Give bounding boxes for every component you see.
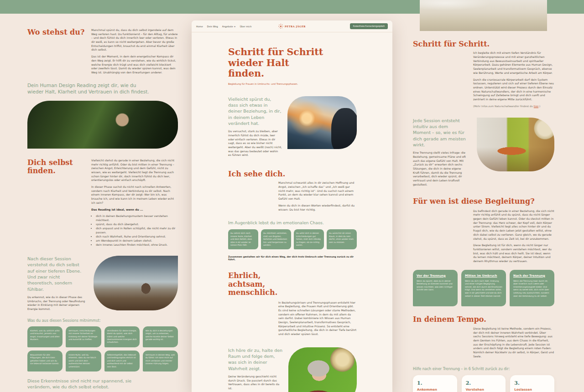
outcome-lead: Diese Erkenntnisse sind nicht nur spanne…: [27, 378, 146, 390]
session-lead: Nach dieser Session verstehst du dich se…: [27, 256, 87, 292]
hero-subtitle: Begleitung für Frauen in Umbruchs- und T…: [228, 83, 357, 85]
phase-cards-grid: Vor der Trennung Wenn du spürst, dass du…: [413, 270, 554, 306]
step-card-verstehen: 2. Verstehen Wir schauen gemeinsam auf d…: [462, 375, 506, 392]
therapy-room-photo: [477, 118, 554, 171]
list-item: spürst, dass du dich übergehst.: [96, 222, 178, 226]
takeaway-card: Verständnis für deine Energie, damit du …: [104, 326, 140, 347]
list-item: dich nach Wahrheit, Ruhe und Orientierun…: [96, 234, 178, 238]
section-title-fuer-wen: Für wen ist diese Begleitung?: [413, 197, 554, 206]
listen-note: Deine Veränderung geschieht nicht durch …: [228, 375, 283, 391]
right-page-column: Schritt für Schritt. Ich begleite dich m…: [413, 40, 554, 392]
takeaway-card: Wie du dich in Beziehungen zeigst, um zu…: [143, 326, 178, 347]
reading-ideal-list: dich in deinen Beziehungsmustern besser …: [91, 214, 178, 247]
section-title-wo-stehst-du: Wo stehst du?: [27, 28, 88, 36]
takeaway-card: Selbstmitgefühl, das liebevoll und bedin…: [104, 351, 140, 371]
section-title-ehrlich-achtsam: Ehrlich, achtsam, menschlich.: [228, 272, 279, 297]
takeaway-card: Vertrauen, Entscheidungen mit innerer Si…: [66, 326, 101, 347]
forest-woman-photo: [27, 101, 178, 149]
hier-link[interactable]: hier: [534, 105, 538, 108]
reading-ideal-title: Das Reading ist ideal, wenn du ...: [91, 208, 178, 212]
paragraph: Diese Begleitung ist keine Methode, sond…: [473, 327, 554, 359]
link-prefix: (Mehr Infos zum Naturschallwandler finde…: [473, 105, 534, 108]
takeaway-card: Bewusstsein für alte Prägungen, die dich…: [27, 351, 63, 371]
paragraph: Ich begleite dich mit einem tiefen Verst…: [473, 51, 554, 75]
beach-photo-cropped: [420, 0, 547, 31]
section-title-schritt-fuer-schritt: Schritt für Schritt.: [413, 40, 554, 48]
step-number: 3.: [514, 380, 550, 386]
takeaway-card: Vertrauen in deinen Weg, weil du fühlst:…: [143, 351, 178, 371]
link-suffix: .): [538, 105, 540, 108]
step-card-ankommen: 1. Ankommen Du darfst einfach da sein mi…: [413, 375, 457, 392]
steps-grid: 1. Ankommen Du darfst einfach da sein mi…: [413, 375, 554, 392]
paragraph: Wenn du dich in diesen Worten wiederfind…: [278, 204, 357, 211]
section-title-ich-sehe-dich: Ich sehe dich.: [228, 170, 357, 178]
phase-card-body: Wenn die Trennung zwar durch ist, aber i…: [513, 280, 551, 298]
paragraph: In dieser Phase suchst du nicht nach sch…: [91, 185, 178, 205]
step-title: Loslassen: [514, 388, 550, 392]
paragraph: Durch die craniosacrale Körperarbeit dar…: [473, 78, 554, 102]
takeaways-grid: Klarheit, was du wirklich willst und bra…: [27, 326, 178, 371]
takeaway-card: Innere Ruhe, weil du erkennst, dass du n…: [66, 351, 101, 371]
sunset-coast-photo: [287, 96, 357, 149]
nav-item-ueber-mich[interactable]: Über mich: [240, 25, 252, 28]
phase-card-body: Wenn du dich nach Halt, Ordnung und eine…: [465, 280, 502, 298]
lake-dock-photo: [94, 256, 178, 310]
chaos-card: Du willst dich in deinen Entscheidungen …: [294, 229, 324, 249]
section-title-in-deinem-tempo: In deinem Tempo.: [413, 315, 554, 324]
human-design-lead: Dein Human Design Reading zeigt dir, wie…: [27, 82, 151, 95]
brand-name: PETRA JÄGER: [285, 25, 306, 28]
bridge-statement: Zusammen gestalten wir für dich einen We…: [228, 255, 357, 261]
list-item: dein inneres Leuchten finden möchtest, o…: [96, 242, 178, 247]
left-page-column: Wo stehst du? Manchmal spürst du, dass d…: [27, 28, 178, 392]
naturschallwandler-link-line: (Mehr Infos zum Naturschallwandler finde…: [473, 105, 554, 108]
hero-title: Schritt für Schritt wieder Halt finden.: [228, 47, 324, 79]
phase-card-title: Nach der Trennung: [513, 274, 551, 278]
listen-lead: Ich höre dir zu, halte den Raum und folg…: [228, 347, 283, 371]
list-item: dich anpasst und in Rollen schlüpfst, di…: [96, 226, 178, 234]
site-header: Home Dein Weg Angebote + Über mich PETRA…: [192, 21, 392, 32]
phase-card-vor-der-trennung: Vor der Trennung Wenn du spürst, dass du…: [413, 270, 458, 306]
steps-title: Hilfe nach einer Trennung – in 6 Schritt…: [413, 367, 554, 371]
cta-kennenlerngespraech-button[interactable]: Kostenfreies Kennenlerngespräch: [350, 23, 388, 29]
step-title: Verstehen: [466, 388, 502, 392]
session-note: Eine Trennung stellt vieles infrage: die…: [413, 151, 467, 186]
paragraph: In Beziehungskrisen und Trennungsphasen …: [278, 301, 357, 336]
phase-card-title: Mitten im Umbruch: [465, 274, 502, 278]
step-number: 1.: [417, 380, 453, 386]
paragraph: Das ist der Moment, in dem dein energeti…: [91, 55, 178, 74]
phase-card-title: Vor der Trennung: [417, 274, 454, 278]
list-item: dich in deinen Beziehungsmustern besser …: [96, 214, 178, 222]
chaos-card: Du sehnst dich nach innerer Ruhe, Klarhe…: [228, 229, 258, 249]
petra-portrait-photo: [288, 347, 357, 392]
takeaways-title: Was du aus diesen Sessions mitnimmst:: [27, 319, 178, 323]
step-title: Ankommen: [417, 388, 453, 392]
intro-lead: Vielleicht spürst du, dass sich etwas in…: [228, 96, 282, 126]
hero-section: Schritt für Schritt wieder Halt finden. …: [228, 47, 357, 85]
chaos-card: Du wünschst dir einen Raum, in dem du se…: [327, 229, 357, 249]
chaos-card: Du möchtest verstehen, statt von Ängsten…: [261, 229, 291, 249]
sun-heart-logo-icon: [278, 24, 283, 29]
step-card-loslassen: 3. Loslassen Alte Emotionen, Schuldgefüh…: [510, 375, 554, 392]
paragraph: Manchmal spürst du, dass du dich selbst …: [91, 28, 178, 52]
paragraph: Du befindest dich gerade in einer Bezieh…: [473, 209, 554, 241]
paragraph: Diese Begleitung ist für dich, wenn du n…: [473, 243, 554, 263]
phase-card-body: Wenn du spürst, dass du in deiner Bezieh…: [417, 280, 454, 292]
nav-item-angebote[interactable]: Angebote +: [222, 25, 236, 28]
nav-item-home[interactable]: Home: [196, 25, 203, 28]
list-item: am Wendepunkt in deinem Leben stehst.: [96, 238, 178, 242]
main-nav: Home Dein Weg Angebote + Über mich: [196, 25, 251, 28]
paragraph: Manchmal schwankt alles in dir zwischen …: [278, 181, 357, 201]
session-lead: Jede Session entsteht intuitiv aus dem M…: [413, 118, 467, 148]
step-number: 2.: [466, 380, 502, 386]
takeaway-card: Klarheit, was du wirklich willst und bra…: [27, 326, 63, 347]
section-title-dich-selbst-finden: Dich selbst finden.: [27, 159, 88, 175]
paragraph: Vielleicht stehst du gerade in einer Bez…: [91, 159, 178, 182]
chaos-cards-grid: Du sehnst dich nach innerer Ruhe, Klarhe…: [228, 229, 357, 249]
nav-item-dein-weg[interactable]: Dein Weg: [207, 25, 218, 28]
session-note: Du erkennst, wie du in dieser Phase des …: [27, 295, 87, 311]
phase-card-mitten-im-umbruch: Mitten im Umbruch Wenn du dich nach Halt…: [461, 270, 506, 306]
intro-note: Du versuchst, stark zu bleiben, aber inn…: [228, 129, 282, 157]
center-webpage: Home Dein Weg Angebote + Über mich PETRA…: [192, 21, 392, 392]
phase-card-nach-der-trennung: Nach der Trennung Wenn die Trennung zwar…: [510, 270, 554, 306]
site-logo[interactable]: PETRA JÄGER: [278, 24, 306, 29]
